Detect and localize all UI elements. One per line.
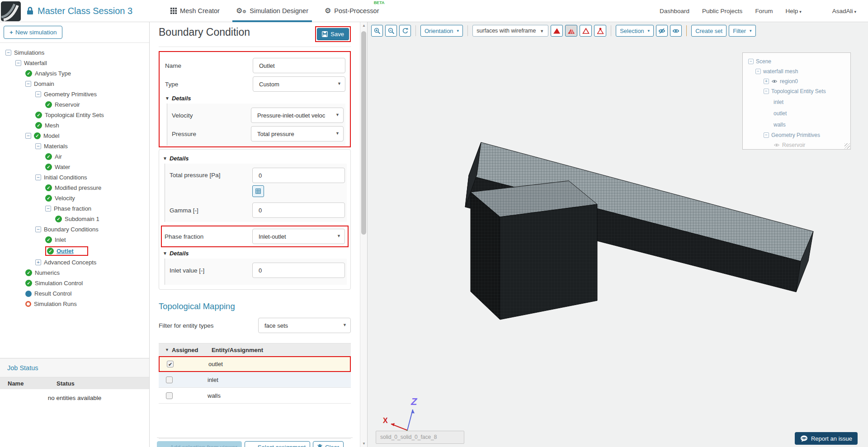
nav-forum[interactable]: Forum	[755, 8, 773, 14]
tree-item-geometry-primitives[interactable]: Geometry Primitives	[5, 89, 149, 99]
checkbox-checked[interactable]	[167, 361, 174, 367]
tree-item-initial-conditions[interactable]: Initial Conditions	[5, 172, 149, 183]
type-select[interactable]: Custom ▼	[253, 76, 345, 92]
tree-item-advanced-concepts[interactable]: Advanced Concepts	[5, 257, 149, 268]
tree-item-materials[interactable]: Materials	[5, 141, 149, 151]
zoom-in-button[interactable]	[371, 25, 383, 37]
select-assignment-button[interactable]: → Select assignment	[245, 441, 310, 447]
collapse-icon[interactable]	[764, 89, 769, 94]
collapse-icon[interactable]	[35, 226, 41, 232]
collapse-icon[interactable]	[25, 81, 31, 87]
hide-selected-button[interactable]	[656, 25, 668, 37]
eye-icon[interactable]	[774, 143, 780, 147]
collapse-icon[interactable]	[25, 133, 31, 139]
refresh-view-button[interactable]	[399, 25, 411, 37]
show-selected-button[interactable]	[670, 25, 682, 37]
pressure-select[interactable]: Total pressure ▼	[251, 126, 344, 141]
collapse-icon[interactable]	[35, 174, 41, 180]
tree-item-phase-fraction[interactable]: Phase fraction	[5, 203, 149, 214]
total-pressure-input[interactable]	[252, 168, 345, 183]
nav-help[interactable]: Help▾	[785, 8, 801, 14]
tree-item-water[interactable]: Water	[5, 162, 149, 172]
collapse-icon[interactable]	[35, 91, 41, 97]
gamma-input[interactable]	[252, 202, 345, 218]
user-menu[interactable]: AsadAli▾	[832, 8, 856, 14]
table-input-button[interactable]	[252, 185, 264, 197]
inlet-value-input[interactable]	[252, 263, 345, 278]
scene-item-outlet[interactable]: outlet	[747, 108, 850, 119]
render-mode-select[interactable]: surfaces with wireframe ▼	[472, 25, 548, 37]
tree-item-domain[interactable]: Domain	[5, 79, 149, 89]
mesh-quality-point-button[interactable]	[594, 25, 606, 37]
collapse-icon[interactable]	[755, 69, 761, 74]
scene-item-inlet[interactable]: inlet	[747, 96, 850, 108]
collapse-icon[interactable]	[748, 59, 754, 64]
nav-public-projects[interactable]: Public Projects	[702, 8, 742, 14]
velocity-select[interactable]: Pressure-inlet-outlet veloc ▼	[251, 108, 344, 123]
tab-mesh-creator[interactable]: Mesh Creator	[164, 0, 226, 22]
add-selection-from-viewer-button[interactable]: ← Add selection from viewer	[157, 441, 242, 447]
details-toggle[interactable]: ▼ Details	[163, 155, 347, 162]
scene-item-topological-entity-sets[interactable]: Topological Entity Sets	[747, 86, 850, 96]
expand-icon[interactable]	[764, 79, 769, 84]
checkbox[interactable]	[166, 376, 173, 383]
save-button[interactable]: Save	[317, 28, 349, 40]
collapse-icon[interactable]	[764, 132, 769, 138]
tree-item-subdomain-1[interactable]: Subdomain 1	[5, 214, 149, 224]
panel-scrollbar[interactable]: ▲ ▼	[360, 22, 367, 447]
eye-icon[interactable]	[771, 79, 778, 84]
filter-entity-types-select[interactable]: face sets ▼	[258, 318, 351, 333]
sort-icon[interactable]: ▼	[165, 348, 169, 352]
table-row-inlet[interactable]: inlet	[159, 372, 351, 388]
nav-dashboard[interactable]: Dashboard	[660, 8, 689, 14]
tree-item-simulation-control[interactable]: Simulation Control	[5, 278, 149, 288]
table-row-walls[interactable]: walls	[159, 388, 351, 404]
create-set-button[interactable]: Create set	[691, 25, 726, 37]
tree-item-boundary-conditions[interactable]: Boundary Conditions	[5, 224, 149, 235]
scene-item-region0[interactable]: region0	[747, 76, 850, 86]
tree-item-air[interactable]: Air	[5, 151, 149, 162]
tree-item-topological-entity-sets[interactable]: Topological Entity Sets	[5, 110, 149, 120]
tree-item-mesh[interactable]: Mesh	[5, 120, 149, 131]
scene-item-scene[interactable]: Scene	[747, 56, 850, 66]
tab-post-processor[interactable]: ⚙ Post-Processor BETA	[318, 0, 385, 22]
table-row-outlet[interactable]: outlet	[159, 356, 351, 372]
name-input[interactable]	[253, 58, 345, 73]
scene-item-walls[interactable]: walls	[747, 119, 850, 130]
collapse-icon[interactable]	[15, 60, 21, 66]
mesh-quality-wire-button[interactable]	[565, 25, 577, 37]
scene-item-geometry-primitives[interactable]: Geometry Primitives	[747, 130, 850, 140]
checkbox[interactable]	[166, 392, 173, 399]
expand-icon[interactable]	[35, 259, 41, 265]
mesh-quality-solid-button[interactable]	[551, 25, 563, 37]
resize-handle[interactable]	[844, 143, 850, 149]
tree-item-model[interactable]: Model	[5, 131, 149, 141]
mesh-quality-outline-button[interactable]	[580, 25, 592, 37]
tree-item-simulation-runs[interactable]: Simulation Runs	[5, 299, 149, 309]
report-an-issue-button[interactable]: Report an issue	[795, 432, 858, 445]
tree-item-analysis-type[interactable]: Analysis Type	[5, 68, 149, 79]
scrollbar-thumb[interactable]	[361, 31, 366, 235]
details-toggle[interactable]: ▼ Details	[163, 250, 347, 257]
clear-button[interactable]: Clear	[313, 441, 344, 447]
tree-item-simulations[interactable]: Simulations	[5, 47, 149, 58]
scroll-up-icon[interactable]: ▲	[360, 24, 368, 28]
collapse-icon[interactable]	[5, 50, 11, 56]
tree-item-outlet-link[interactable]: Outlet	[57, 248, 74, 254]
selection-dropdown[interactable]: Selection ▾	[616, 25, 654, 37]
scene-item-reservoir[interactable]: Reservoir	[747, 140, 850, 150]
tree-item-reservoir[interactable]: Reservoir	[5, 99, 149, 110]
tree-item-velocity[interactable]: Velocity	[5, 193, 149, 203]
tree-item-modified-pressure[interactable]: Modified pressure	[5, 183, 149, 193]
zoom-out-button[interactable]	[385, 25, 397, 37]
filter-dropdown[interactable]: Filter ▾	[729, 25, 755, 37]
tree-item-waterfall[interactable]: Waterfall	[5, 58, 149, 68]
tree-item-result-control[interactable]: Result Control	[5, 288, 149, 299]
phase-fraction-select[interactable]: Inlet-outlet ▼	[252, 229, 345, 244]
tree-item-numerics[interactable]: Numerics	[5, 268, 149, 278]
tab-simulation-designer[interactable]: ⚙⚙ Simulation Designer	[230, 0, 315, 22]
tree-item-inlet[interactable]: Inlet	[5, 235, 149, 245]
scroll-down-icon[interactable]: ▼	[360, 442, 368, 446]
scene-item-waterfall-mesh[interactable]: waterfall mesh	[747, 66, 850, 76]
new-simulation-button[interactable]: + New simulation	[4, 26, 62, 39]
